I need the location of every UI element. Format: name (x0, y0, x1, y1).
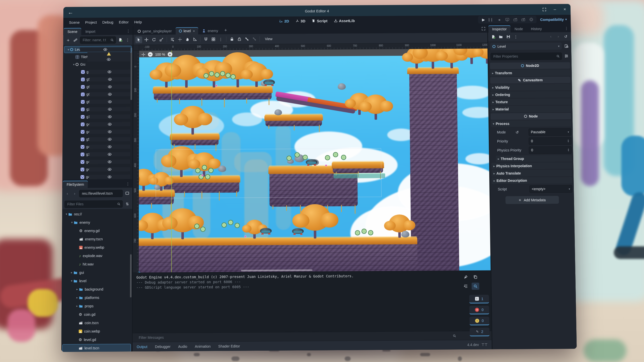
file-props[interactable]: ▸props (62, 301, 132, 310)
visibility-eye-icon[interactable] (107, 137, 112, 141)
workspace-script[interactable]: Script (310, 18, 330, 24)
scene-node-g44[interactable]: g44 (63, 143, 133, 151)
expand-arrow-icon[interactable]: ▸ (75, 304, 79, 308)
scene-node-Grass[interactable]: ▾Grass (63, 60, 133, 68)
scene-node-TileMap[interactable]: TileMap (63, 53, 133, 61)
center-view-icon[interactable] (141, 53, 145, 57)
inspector-tab-history[interactable]: History (527, 25, 546, 32)
property-group-texture[interactable]: ▸Texture (491, 98, 571, 105)
file-coin.tscn[interactable]: coin.tscn (61, 318, 132, 327)
property-group-visibility[interactable]: ▸Visibility (490, 84, 571, 91)
workspace-2d[interactable]: 2D (277, 18, 291, 24)
file-level[interactable]: ▾level (62, 276, 132, 285)
zoom-in-button[interactable]: + (168, 52, 172, 57)
visibility-eye-icon[interactable] (108, 100, 112, 104)
add-metadata-button[interactable]: +Add Metadata (505, 196, 559, 204)
scene-node-g12[interactable]: g12 (62, 150, 132, 158)
play-current-scene-button[interactable] (519, 16, 527, 23)
visibility-eye-icon[interactable] (107, 160, 112, 164)
visibility-eye-icon[interactable] (107, 152, 112, 156)
attach-script-icon[interactable] (118, 37, 123, 43)
history-back-icon[interactable]: ‹ (65, 191, 70, 197)
rotate-tool-icon[interactable] (150, 36, 157, 43)
remote-debug-button[interactable] (504, 16, 511, 23)
pan-tool-icon[interactable] (184, 36, 191, 43)
collapse-messages-icon[interactable] (462, 283, 470, 290)
visibility-eye-icon[interactable] (107, 167, 112, 171)
renderer-selector[interactable]: Compatibility ▾ (540, 17, 567, 21)
unlock-tool-icon[interactable] (236, 36, 243, 42)
workspace-assetlib[interactable]: AssetLib (332, 18, 357, 23)
scene-node-g48[interactable]: g48 (63, 128, 133, 136)
visibility-eye-icon[interactable] (108, 77, 112, 81)
visibility-eye-icon[interactable] (107, 129, 112, 134)
open-docs-icon[interactable] (564, 43, 569, 49)
menu-scene[interactable]: Scene (66, 19, 82, 25)
smart-snap-tool-icon[interactable] (203, 36, 209, 43)
tab-filesystem[interactable]: FileSystem (63, 181, 88, 188)
property-value[interactable]: <empty>▾ (530, 185, 573, 193)
level-canvas[interactable]: − 100 % + (138, 48, 491, 273)
move-tool-icon[interactable] (143, 36, 150, 43)
visibility-eye-icon[interactable] (108, 114, 112, 119)
sort-files-icon[interactable]: ⇅ (125, 201, 130, 207)
property-group-thread-group[interactable]: ▸Thread Group (496, 155, 572, 162)
file-enemy[interactable]: ▾enemy (62, 218, 132, 227)
property-group-ordering[interactable]: ▸Ordering (490, 91, 571, 98)
resource-menu-icon[interactable]: ⋮ (513, 34, 518, 40)
scene-node-g13[interactable]: g13 (63, 113, 132, 121)
load-resource-icon[interactable] (498, 34, 504, 40)
close-button[interactable]: × (564, 7, 566, 12)
property-group-physics-interpolation[interactable]: ▸Physics Interpolation (491, 162, 572, 169)
inspector-tab-node[interactable]: Node (511, 25, 527, 32)
add-node-button[interactable]: + (65, 37, 71, 43)
bottom-tab-animation[interactable]: Animation (195, 344, 211, 349)
property-group-editor-description[interactable]: ▸Editor Description (492, 177, 572, 184)
new-scene-tab-button[interactable]: + (223, 27, 228, 33)
badge-edits[interactable]: ✎2 (470, 328, 490, 336)
snap-options-tool-icon[interactable]: ⋮ (217, 36, 224, 43)
expand-arrow-icon[interactable]: ▸ (70, 271, 73, 274)
play-button[interactable]: ▶ (480, 17, 487, 23)
scene-node-g46[interactable]: g46 (62, 165, 132, 173)
stop-button[interactable]: ■ (496, 16, 503, 23)
history-prev-icon[interactable]: ‹ (548, 33, 553, 39)
visibility-eye-icon[interactable] (108, 92, 112, 96)
lock-tool-icon[interactable] (228, 36, 235, 42)
history-next-icon[interactable]: › (555, 33, 561, 39)
inspector-tab-inspector[interactable]: Inspector (488, 25, 510, 33)
file-gui[interactable]: ▸gui (62, 268, 132, 277)
file-background[interactable]: ▸background (62, 285, 132, 294)
file-coin.webp[interactable]: coin.webp (61, 327, 132, 336)
scene-node-g65[interactable]: g65 (63, 90, 133, 98)
scene-tab-level[interactable]: level× (176, 27, 198, 34)
expand-window-icon[interactable] (542, 8, 546, 12)
badge-warnings[interactable]: !0 (469, 316, 489, 325)
history-forward-icon[interactable]: › (72, 191, 77, 197)
visibility-eye-icon[interactable] (108, 107, 112, 111)
file-explode.wav[interactable]: ♪explode.wav (62, 251, 132, 260)
scene-node-g40[interactable]: g40 (62, 158, 132, 166)
revert-icon[interactable]: ↺ (515, 130, 519, 134)
expand-arrow-icon[interactable]: ▾ (70, 279, 73, 283)
warning-icon[interactable] (107, 52, 111, 56)
scene-node-g41[interactable]: g41 (63, 120, 132, 128)
zoom-level[interactable]: 100 % (155, 52, 165, 56)
node-selector[interactable]: Level ▾ (490, 43, 562, 50)
save-resource-icon[interactable] (505, 34, 511, 40)
stepper-icon[interactable]: ▲▼ (567, 139, 569, 143)
property-value[interactable]: Pausable▾ (529, 128, 571, 136)
expand-arrow-icon[interactable]: ▾ (67, 48, 70, 51)
file-coin.gd[interactable]: ⚙coin.gd (62, 310, 132, 319)
property-value[interactable]: 0▲▼ (529, 137, 572, 145)
expand-arrow-icon[interactable]: ▸ (75, 296, 79, 299)
visibility-eye-icon[interactable] (107, 175, 112, 179)
zoom-out-button[interactable]: − (148, 52, 153, 57)
scene-dock-menu-icon[interactable]: ⋮ (125, 29, 132, 35)
badge-messages[interactable]: !1 (469, 295, 489, 303)
menu-help[interactable]: Help (131, 19, 145, 25)
scene-tree-menu-icon[interactable]: ⋮ (125, 37, 131, 43)
file-platforms[interactable]: ▸platforms (62, 293, 132, 302)
scene-tab-game_singleplayer[interactable]: game_singleplayer (134, 27, 175, 35)
movie-mode-button[interactable] (528, 16, 535, 23)
